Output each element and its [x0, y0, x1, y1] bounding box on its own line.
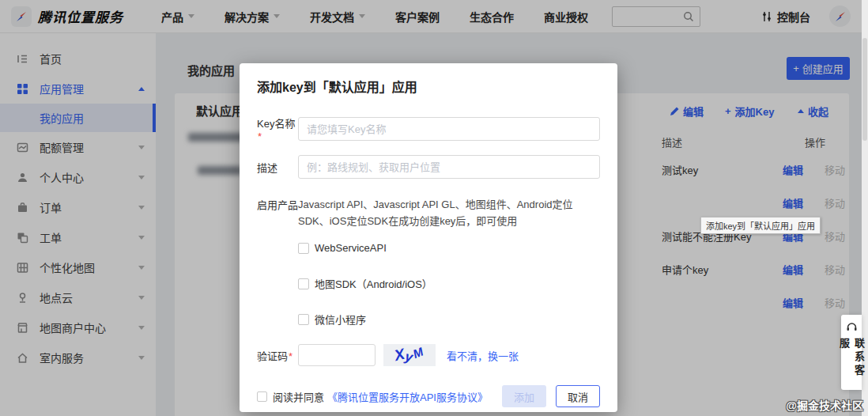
add-key-modal: 添加key到「默认应用」应用 Key名称* 描述 启用产品 Javascript…	[240, 63, 617, 412]
captcha-refresh-link[interactable]: 看不清，换一张	[447, 348, 519, 363]
description-input[interactable]	[298, 155, 600, 179]
add-button[interactable]: 添加	[502, 385, 546, 407]
products-row: 启用产品 Javascript API、Javascript API GL、地图…	[257, 196, 600, 229]
add-key-tooltip: 添加key到「默认应用」应用	[700, 217, 821, 234]
captcha-label: 验证码*	[257, 348, 298, 363]
key-name-label: Key名称*	[257, 115, 298, 142]
modal-title: 添加key到「默认应用」应用	[257, 79, 600, 96]
agreement-text: 阅读并同意	[273, 389, 324, 404]
checkbox-icon[interactable]	[298, 243, 309, 254]
captcha-input[interactable]	[298, 344, 376, 366]
key-name-row: Key名称*	[257, 115, 600, 142]
scrollbar-thumb[interactable]	[862, 38, 867, 141]
description-row: 描述	[257, 155, 600, 179]
products-label: 启用产品	[257, 196, 298, 212]
agreement-checkbox[interactable]	[257, 391, 267, 402]
contact-support-label: 联系客服	[836, 338, 866, 390]
required-asterisk: *	[258, 130, 262, 142]
products-note: Javascript API、Javascript API GL、地图组件、An…	[298, 196, 600, 229]
checkbox-wechat-miniprogram[interactable]: 微信小程序	[298, 312, 600, 327]
captcha-image: X y M	[383, 344, 436, 366]
checkbox-map-sdk[interactable]: 地图SDK（Android/iOS）	[298, 276, 600, 291]
watermark: @掘金技术社区	[786, 397, 863, 413]
key-name-input[interactable]	[298, 117, 600, 141]
description-label: 描述	[257, 160, 298, 175]
contact-support-widget[interactable]: 联系客服	[841, 315, 862, 390]
checkbox-webservice-api[interactable]: WebServiceAPI	[298, 242, 600, 254]
cancel-button[interactable]: 取消	[556, 385, 600, 407]
required-asterisk: *	[289, 350, 292, 362]
headset-icon	[846, 321, 858, 333]
checkbox-icon[interactable]	[298, 314, 309, 325]
captcha-row: 验证码* X y M 看不清，换一张	[257, 344, 600, 366]
modal-footer: 阅读并同意 《腾讯位置服务开放API服务协议》 添加 取消	[257, 385, 600, 407]
agreement-link[interactable]: 《腾讯位置服务开放API服务协议》	[327, 389, 488, 404]
checkbox-icon[interactable]	[298, 278, 309, 289]
